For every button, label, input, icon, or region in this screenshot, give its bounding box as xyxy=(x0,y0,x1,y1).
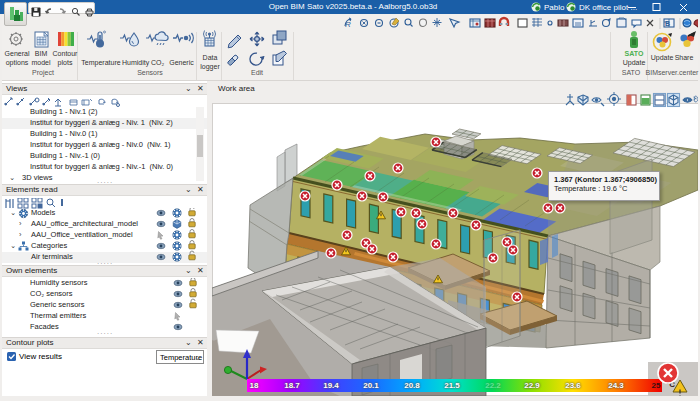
svg-text:Pablo: Pablo xyxy=(544,3,565,12)
svg-text:SATO: SATO xyxy=(625,50,644,57)
svg-text:B: B xyxy=(665,20,670,27)
svg-text:R: R xyxy=(345,20,351,29)
